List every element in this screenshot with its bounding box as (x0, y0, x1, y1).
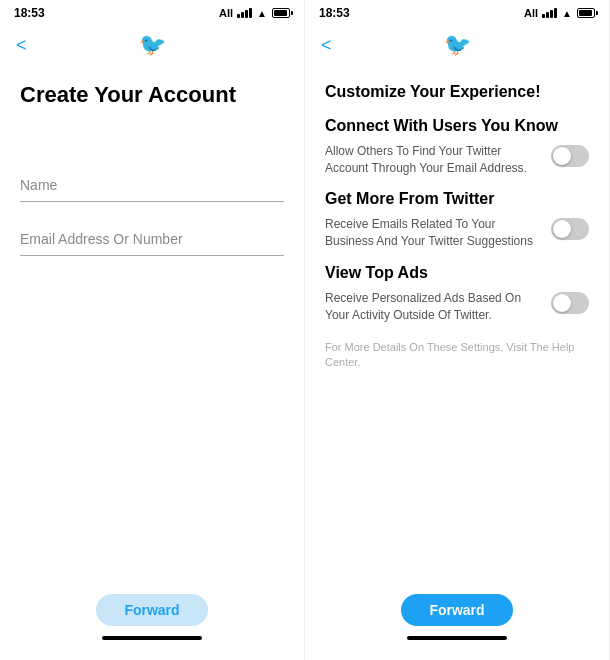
toggle-find-1[interactable] (551, 145, 589, 167)
panel-customize: 18:53 All ▲ < 🐦 Customize Your Experienc… (305, 0, 610, 660)
footer-note: For More Details On These Settings, Visi… (325, 340, 589, 371)
create-account-content: Create Your Account (0, 66, 304, 582)
email-input[interactable] (20, 222, 284, 256)
bottom-bar-2: Forward (305, 582, 609, 660)
forward-button-2[interactable]: Forward (401, 594, 512, 626)
toggle-emails-2[interactable] (551, 218, 589, 240)
section-heading-3: View Top Ads (325, 264, 589, 282)
back-button-2[interactable]: < (321, 35, 332, 56)
wifi-icon-2: ▲ (562, 8, 572, 19)
wifi-icon-1: ▲ (257, 8, 267, 19)
forward-button-1[interactable]: Forward (96, 594, 207, 626)
nav-bar-2: < 🐦 (305, 24, 609, 66)
home-indicator-1 (102, 636, 202, 640)
toggle-ads-3[interactable] (551, 292, 589, 314)
panel-create-account: 18:53 All ▲ < 🐦 Create Your Account Forw… (0, 0, 305, 660)
status-bar-1: 18:53 All ▲ (0, 0, 304, 24)
time-1: 18:53 (14, 6, 45, 20)
customize-content: Customize Your Experience! Connect With … (305, 66, 609, 582)
section-heading-2: Get More From Twitter (325, 190, 589, 208)
toggle-desc-1: Allow Others To Find Your Twitter Accoun… (325, 143, 543, 177)
status-bar-2: 18:53 All ▲ (305, 0, 609, 24)
signal-icon-1 (237, 8, 252, 18)
create-account-title: Create Your Account (20, 82, 284, 108)
nav-bar-1: < 🐦 (0, 24, 304, 66)
home-indicator-2 (407, 636, 507, 640)
section-heading-1: Connect With Users You Know (325, 117, 589, 135)
name-input[interactable] (20, 168, 284, 202)
bottom-bar-1: Forward (0, 582, 304, 660)
battery-icon-1 (272, 8, 290, 18)
toggle-row-3: Receive Personalized Ads Based On Your A… (325, 290, 589, 324)
battery-icon-2 (577, 8, 595, 18)
back-button-1[interactable]: < (16, 35, 27, 56)
network-label-1: All (219, 7, 233, 19)
twitter-logo-1: 🐦 (139, 32, 166, 58)
twitter-logo-2: 🐦 (444, 32, 471, 58)
status-icons-1: All ▲ (219, 7, 290, 19)
toggle-row-1: Allow Others To Find Your Twitter Accoun… (325, 143, 589, 177)
toggle-desc-2: Receive Emails Related To Your Business … (325, 216, 543, 250)
signal-icon-2 (542, 8, 557, 18)
network-label-2: All (524, 7, 538, 19)
toggle-desc-3: Receive Personalized Ads Based On Your A… (325, 290, 543, 324)
time-2: 18:53 (319, 6, 350, 20)
toggle-row-2: Receive Emails Related To Your Business … (325, 216, 589, 250)
status-icons-2: All ▲ (524, 7, 595, 19)
customize-title: Customize Your Experience! (325, 82, 589, 103)
